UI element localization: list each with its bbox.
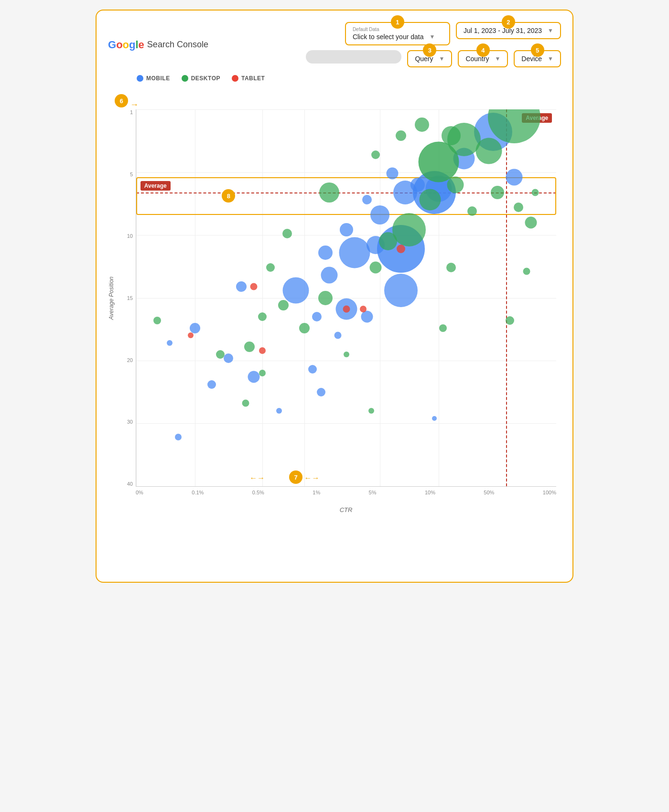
bubble-mobile-10[interactable] (362, 195, 372, 204)
bubble-desktop-25[interactable] (216, 350, 225, 359)
bubble-desktop-5[interactable] (442, 126, 461, 145)
country-filter-wrapper: 4 Country ▼ (458, 50, 508, 67)
bubble-mobile-27[interactable] (317, 388, 325, 396)
bubble-desktop-21[interactable] (258, 312, 267, 321)
legend-mobile-label: MOBILE (146, 75, 170, 82)
x-tick-10: 10% (425, 490, 435, 495)
legend-desktop-label: DESKTOP (191, 75, 220, 82)
bubble-desktop-15[interactable] (420, 189, 441, 211)
bubble-desktop-22[interactable] (299, 323, 310, 333)
query-filter-wrapper: 3 Query ▼ (407, 50, 452, 67)
bubble-mobile-25[interactable] (207, 380, 216, 389)
bubble-desktop-29[interactable] (439, 324, 447, 332)
bubble-desktop-26[interactable] (259, 370, 266, 376)
x-tick-100: 100% (543, 490, 556, 495)
bubble-desktop-6[interactable] (415, 118, 429, 132)
plot-area: Average Average 8 (136, 109, 556, 487)
bubble-tablet-1[interactable] (188, 332, 194, 338)
bubble-tablet-4[interactable] (360, 306, 367, 312)
bubble-mobile-17[interactable] (384, 274, 418, 307)
bubble-tablet-3[interactable] (343, 306, 350, 313)
query-chevron: ▼ (439, 55, 445, 62)
bubble-desktop-18[interactable] (370, 262, 382, 274)
bubble-desktop-24[interactable] (153, 317, 161, 324)
y-tick-5: 5 (130, 171, 133, 177)
grid-h-5 (136, 423, 556, 424)
bubble-desktop-31[interactable] (506, 316, 514, 325)
bubble-desktop-23[interactable] (446, 263, 456, 272)
bubble-desktop-3[interactable] (476, 138, 502, 164)
bubble-mobile-23[interactable] (190, 323, 200, 333)
avg-label-left: Average (140, 181, 171, 191)
search-bar[interactable] (306, 50, 401, 64)
controls-row1: 1 Default Data Click to select your data… (306, 22, 561, 45)
bubble-desktop-10[interactable] (491, 186, 504, 199)
bubble-desktop-13[interactable] (525, 216, 537, 228)
bubble-mobile-18[interactable] (312, 312, 322, 321)
bubble-mobile-16[interactable] (321, 267, 338, 284)
country-chevron: ▼ (495, 55, 500, 62)
bubble-mobile-30[interactable] (432, 416, 437, 421)
bubble-desktop-12[interactable] (532, 189, 539, 196)
bubble-desktop-32[interactable] (523, 268, 530, 275)
bubble-mobile-11[interactable] (340, 223, 353, 236)
bubble-desktop-14[interactable] (467, 206, 477, 216)
google-logo: Google Search Console (108, 39, 208, 51)
y-tick-15: 15 (127, 295, 133, 301)
bubble-desktop-33[interactable] (266, 263, 275, 272)
bubble-desktop-17[interactable] (379, 232, 397, 250)
badge-6: 6 (115, 94, 128, 107)
bubble-mobile-15[interactable] (283, 277, 309, 303)
bubble-desktop-8[interactable] (371, 150, 380, 159)
chart-legend: MOBILE DESKTOP TABLET (137, 75, 561, 82)
bubble-desktop-34[interactable] (319, 182, 339, 203)
annotation-6-arrow: → (130, 100, 139, 110)
bubble-mobile-31[interactable] (236, 281, 247, 292)
bubble-mobile-20[interactable] (361, 310, 373, 322)
bubble-tablet-5[interactable] (397, 245, 405, 253)
bubble-mobile-9[interactable] (370, 205, 389, 224)
legend-tablet-label: TABLET (241, 75, 265, 82)
bubble-desktop-20[interactable] (278, 300, 289, 310)
header-controls: 1 Default Data Click to select your data… (306, 22, 561, 67)
bubble-mobile-22[interactable] (167, 340, 173, 346)
bubble-tablet-6[interactable] (250, 283, 258, 290)
data-selector-label-main: Click to select your data ▼ (353, 33, 435, 41)
grid-v-4 (380, 109, 380, 486)
bubble-mobile-21[interactable] (334, 332, 341, 339)
bubble-desktop-28[interactable] (344, 352, 349, 357)
bubble-mobile-28[interactable] (276, 408, 282, 414)
legend-mobile: MOBILE (137, 75, 170, 82)
y-tick-30: 30 (127, 419, 133, 425)
bubble-desktop-11[interactable] (514, 203, 523, 212)
y-tick-20: 20 (127, 357, 133, 363)
legend-desktop: DESKTOP (182, 75, 220, 82)
badge-5: 5 (531, 43, 544, 57)
bubble-mobile-12[interactable] (339, 237, 370, 268)
bubble-tablet-2[interactable] (259, 347, 266, 354)
data-selector-label-small: Default Data (353, 27, 379, 32)
y-axis-ticks: 1 5 10 15 20 30 40 (118, 109, 135, 487)
chart-wrapper: 6 → Average Position 1 5 10 15 20 30 40 (108, 85, 561, 515)
main-card: Google Search Console 1 Default Data Cli… (96, 10, 573, 583)
legend-mobile-dot (137, 75, 143, 82)
bubble-desktop-27[interactable] (242, 400, 249, 407)
bubble-desktop-36[interactable] (244, 342, 255, 352)
bubble-desktop-7[interactable] (396, 130, 406, 141)
bubble-desktop-35[interactable] (282, 229, 292, 238)
bubble-mobile-14[interactable] (318, 246, 333, 260)
bubble-mobile-7[interactable] (393, 181, 417, 204)
bubble-mobile-29[interactable] (175, 434, 182, 440)
bubble-mobile-3[interactable] (506, 169, 523, 186)
bubble-mobile-8[interactable] (387, 168, 399, 180)
bubble-mobile-24[interactable] (224, 353, 233, 363)
bubble-desktop-16[interactable] (392, 213, 426, 246)
bubble-mobile-32[interactable] (308, 365, 317, 374)
bubble-desktop-19[interactable] (318, 291, 333, 305)
bubble-mobile-26[interactable] (248, 371, 260, 383)
x-axis-ticks: 0% 0.1% 0.5% 1% 5% 10% 50% 100% (136, 488, 556, 501)
bubble-desktop-30[interactable] (368, 408, 374, 414)
x-tick-1: 1% (313, 490, 320, 495)
device-chevron: ▼ (548, 55, 553, 62)
bubble-desktop-9[interactable] (447, 176, 464, 193)
